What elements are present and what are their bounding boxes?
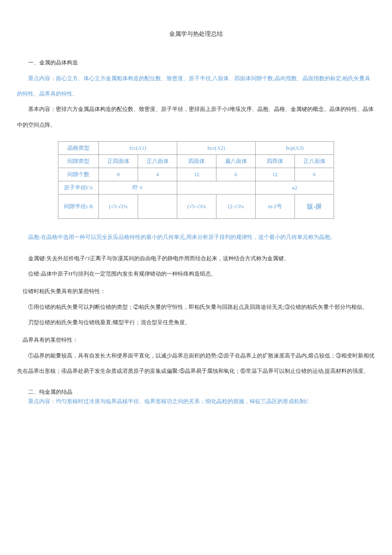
doc-title: 金属学与热处理总结 <box>17 26 375 42</box>
cell: 四而体 <box>256 155 295 168</box>
cell: 6 <box>216 168 256 181</box>
section-1-keypoints: 重点内容：面心立方、体心立方金属船体构造的配位数、致密度、原子半径,八面体、四面… <box>17 71 375 102</box>
cell: 8 <box>99 168 138 181</box>
cell-lattice-type-label: 晶格类型 <box>58 142 99 155</box>
cell <box>177 181 256 195</box>
cell: m-2号 <box>256 195 295 219</box>
cell: 4 <box>138 168 177 181</box>
cell: 版-摒 <box>295 195 334 219</box>
cell: 四面体 <box>177 155 216 168</box>
table-row: 晶格类型 fcc(A1) bcc(A2) hcp(A3) <box>58 142 334 155</box>
cell: 咛々 <box>99 181 177 195</box>
cell: 12 <box>177 168 216 181</box>
def-metallic-bond: 金属键:失去外层价电子/'J正离子与弥漫其间的自由电子的静电作用而结合起来，这种… <box>17 251 375 266</box>
cell: 正八面体 <box>138 155 177 168</box>
table-row: 间隙个数 8 4 12 6 12 6 <box>58 168 334 181</box>
cell-atom-radius-label: 原子半径ΓA <box>58 181 99 195</box>
cell: 6 <box>295 168 334 181</box>
cell-fcc: fcc(A1) <box>99 142 177 155</box>
cell: (2-√3⅛ <box>216 195 256 219</box>
cell: 12 <box>256 168 295 181</box>
table-row: 间隙类型 正四面体 正八面体 四面体 扁八面体 四而体 正八面体 <box>58 155 334 168</box>
table-row: 间隙半径r B (√3-√2⅛ (√5-√3⅛ (2-√3⅛ m-2号 版-摒 <box>58 195 334 219</box>
cell-gap-type-label: 间隙类型 <box>58 155 99 168</box>
cell: 正四面体 <box>99 155 138 168</box>
table-row: 原子半径ΓA 咛々 a2 <box>58 181 334 195</box>
section-2-heading: 二、纯金属的结晶 <box>17 388 375 397</box>
def-dislocation: 位错:晶体中原子H匀排列在一定范围内发生有规律错动的一种特殊构造组态。 <box>17 266 375 282</box>
edge-dislocation-note: 刃型位错的柏氏矢量与位错线垂直;螺型平行；混合型呈任意角度。 <box>17 315 375 330</box>
cell: a2 <box>256 181 334 195</box>
burgers-properties: ①用位错的柏氏矢量可以判断位错的类型；②柏氏矢量的守恒性，即柏氏矢量与回路起点及… <box>17 299 375 315</box>
def-unit-cell: 晶胞:在晶格中选用一种可以完全反应品格特性的最小的几何单元,用来分析原子排列的规… <box>28 230 375 245</box>
burgers-heading: 位错时柏氏矢量具有的某些特性： <box>23 284 375 299</box>
cell: 正八面体 <box>295 155 334 168</box>
crystal-structure-table: 晶格类型 fcc(A1) bcc(A2) hcp(A3) 间隙类型 正四面体 正… <box>58 141 334 219</box>
cell-gap-count-label: 间隙个数 <box>58 168 99 181</box>
section-2-keypoints: 重点内容：均匀形核时过冷度与临界晶核半径、临界形核功之间的关系；细化晶粒的措施，… <box>17 396 375 406</box>
section-1-basics: 基本内容：密排六方金属晶体构造的配位数、致密度、原子半径，密排面上原子小J堆垛次… <box>17 102 375 133</box>
cell <box>138 195 177 219</box>
cell: (√5-√3⅛ <box>177 195 216 219</box>
cell: (√3-√2⅛ <box>99 195 138 219</box>
section-1-heading: 一、金属的晶体构造 <box>17 55 375 70</box>
cell-bcc: bcc(A2) <box>177 142 256 155</box>
cell: 扁八面体 <box>216 155 256 168</box>
cell-gap-radius-label: 间隙半径r B <box>58 195 99 219</box>
grain-boundary-heading: 晶界具有的某些特性： <box>23 332 375 348</box>
cell-hcp: hcp(A3) <box>256 142 334 155</box>
grain-boundary-properties: ①晶界的能量较高，具有自发长大和使界面平直化，以减少晶界总面积的趋势;②原子在晶… <box>17 348 375 379</box>
